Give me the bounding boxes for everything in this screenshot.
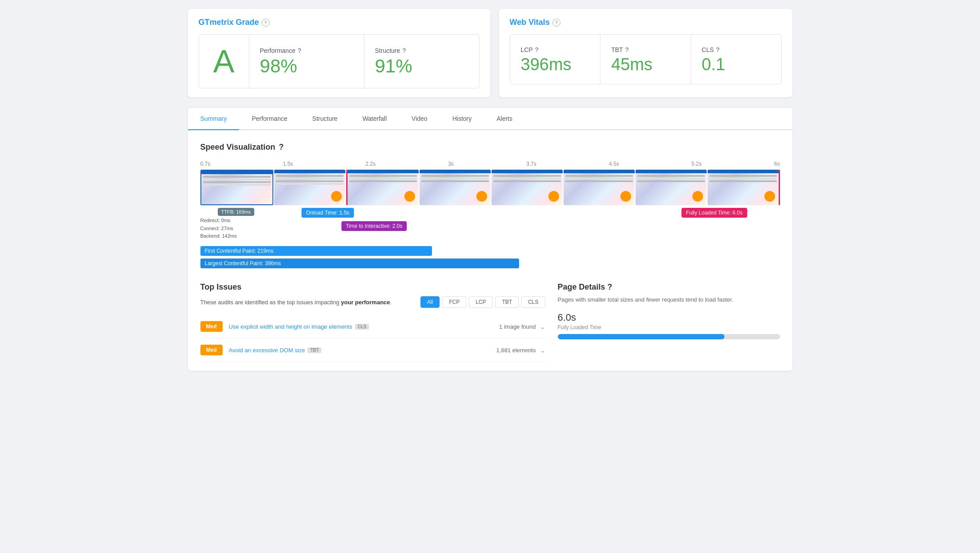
tti-badge: Time to Interactive: 2.0s xyxy=(341,221,407,231)
marker-2: 1.5s xyxy=(283,161,293,167)
tab-alerts[interactable]: Alerts xyxy=(484,108,525,130)
two-col-section: Top Issues These audits are identified a… xyxy=(200,282,780,362)
severity-badge-2: Med xyxy=(200,345,223,355)
issue-tag-2: TBT xyxy=(308,347,321,353)
performance-value: 98% xyxy=(260,57,353,76)
filter-buttons: All FCP LCP TBT CLS xyxy=(420,296,545,308)
page-metric-row: 6.0s Fully Loaded Time xyxy=(558,312,780,339)
tab-waterfall[interactable]: Waterfall xyxy=(350,108,399,130)
tab-video[interactable]: Video xyxy=(399,108,440,130)
issues-description: These audits are identified as the top i… xyxy=(200,296,545,308)
tbt-card: TBT ? 45ms xyxy=(600,35,691,84)
lcp-card: LCP ? 396ms xyxy=(510,35,601,84)
tab-content-summary: Speed Visualization ? 0.7s 1.5s 2.2s 3s … xyxy=(188,130,792,371)
screenshot-3 xyxy=(346,170,419,205)
tab-summary[interactable]: Summary xyxy=(188,108,240,130)
gtmetrix-grade-section: GTmetrix Grade ? A Performance ? 98% Str… xyxy=(188,9,490,97)
structure-label: Structure ? xyxy=(375,47,468,54)
web-vitals-title: Web Vitals ? xyxy=(510,18,782,27)
screenshots-row xyxy=(200,170,780,205)
filter-tbt[interactable]: TBT xyxy=(495,296,519,308)
filter-cls[interactable]: CLS xyxy=(521,296,545,308)
fully-loaded-badge: Fully Loaded Time: 6.0s xyxy=(681,208,747,218)
onload-badge: Onload Time: 1.5s xyxy=(302,208,354,218)
speed-viz-help-icon[interactable]: ? xyxy=(279,143,284,152)
marker-4: 3s xyxy=(448,161,454,167)
performance-card: Performance ? 98% xyxy=(249,35,364,88)
structure-help-icon[interactable]: ? xyxy=(402,47,406,54)
issue-tag-1: CLS xyxy=(355,324,369,330)
marker-1: 0.7s xyxy=(200,161,211,167)
tbt-value: 45ms xyxy=(611,56,680,73)
screenshot-4 xyxy=(420,170,491,205)
issue-info-1: Use explicit width and height on image e… xyxy=(229,323,493,330)
screenshot-1 xyxy=(200,170,273,205)
top-issues-col: Top Issues These audits are identified a… xyxy=(200,282,545,362)
web-vitals-help-icon[interactable]: ? xyxy=(552,19,560,27)
page-details-col: Page Details ? Pages with smaller total … xyxy=(558,282,780,362)
tab-structure[interactable]: Structure xyxy=(300,108,350,130)
issue-title-1[interactable]: Use explicit width and height on image e… xyxy=(229,323,493,330)
page-details-desc: Pages with smaller total sizes and fewer… xyxy=(558,296,780,303)
ttfb-details: Redirect: 0ms Connect: 27ms Backend: 142… xyxy=(200,217,237,240)
chevron-icon-2[interactable]: ⌄ xyxy=(540,346,545,354)
tabs-container: Summary Performance Structure Waterfall … xyxy=(188,108,792,371)
lcp-help-icon[interactable]: ? xyxy=(535,46,539,53)
page-details-help-icon[interactable]: ? xyxy=(608,282,612,291)
grade-letter-card: A xyxy=(199,35,249,88)
lcp-value: 396ms xyxy=(521,56,590,73)
tab-history[interactable]: History xyxy=(440,108,484,130)
tab-performance[interactable]: Performance xyxy=(239,108,300,130)
page-metric-bar xyxy=(558,334,780,339)
issue-title-2[interactable]: Avoid an excessive DOM size TBT xyxy=(229,347,490,354)
timeline-markers: 0.7s 1.5s 2.2s 3s 3.7s 4.5s 5.2s 6s xyxy=(200,161,780,170)
issue-row-1: Med Use explicit width and height on ima… xyxy=(200,315,545,338)
screenshot-2 xyxy=(274,170,345,205)
web-vitals-section: Web Vitals ? LCP ? 396ms TBT ? 45ms xyxy=(499,9,792,97)
fcp-bar-row: First Contentful Paint: 219ms xyxy=(200,246,780,256)
tabs-nav: Summary Performance Structure Waterfall … xyxy=(188,108,792,130)
severity-badge-1: Med xyxy=(200,321,223,332)
grade-cards: A Performance ? 98% Structure ? 91% xyxy=(199,34,480,88)
cls-help-icon[interactable]: ? xyxy=(716,46,720,53)
tbt-label: TBT ? xyxy=(611,46,680,53)
gtmetrix-title-text: GTmetrix Grade xyxy=(199,18,259,27)
marker-5: 3.7s xyxy=(526,161,536,167)
marker-3: 2.2s xyxy=(365,161,376,167)
marker-6: 4.5s xyxy=(609,161,619,167)
issue-detail-1: 1 image found ⌄ xyxy=(499,322,545,331)
cls-card: CLS ? 0.1 xyxy=(691,35,781,84)
screenshot-8 xyxy=(708,170,780,205)
screenshot-6 xyxy=(564,170,635,205)
gtmetrix-help-icon[interactable]: ? xyxy=(262,19,270,27)
issue-detail-2: 1,681 elements ⌄ xyxy=(496,346,545,354)
web-vitals-title-text: Web Vitals xyxy=(510,18,550,27)
web-vitals-cards: LCP ? 396ms TBT ? 45ms CLS ? xyxy=(510,34,782,84)
page-metric-bar-fill xyxy=(558,334,724,339)
page-metric-value: 6.0s xyxy=(558,312,780,323)
marker-8: 6s xyxy=(774,161,780,167)
cls-value: 0.1 xyxy=(702,56,771,73)
chevron-icon-1[interactable]: ⌄ xyxy=(540,322,545,331)
timeline-area: 0.7s 1.5s 2.2s 3s 3.7s 4.5s 5.2s 6s xyxy=(200,161,780,239)
grade-letter: A xyxy=(213,45,235,77)
top-issues-title: Top Issues xyxy=(200,282,545,292)
tbt-help-icon[interactable]: ? xyxy=(625,46,629,53)
lcp-bar-row: Largest Contentful Paint: 396ms xyxy=(200,259,780,268)
issue-info-2: Avoid an excessive DOM size TBT xyxy=(229,347,490,354)
ttfb-badge: TTFB: 169ms xyxy=(218,208,255,216)
filter-all[interactable]: All xyxy=(420,296,440,308)
issue-row-2: Med Avoid an excessive DOM size TBT 1,68… xyxy=(200,338,545,362)
filter-lcp[interactable]: LCP xyxy=(469,296,492,308)
fcp-bar: First Contentful Paint: 219ms xyxy=(200,246,432,256)
paint-bars: First Contentful Paint: 219ms Largest Co… xyxy=(200,246,780,268)
structure-card: Structure ? 91% xyxy=(364,35,479,88)
structure-value: 91% xyxy=(375,57,468,76)
screenshot-5 xyxy=(492,170,563,205)
speed-viz-title: Speed Visualization ? xyxy=(200,143,780,152)
marker-7: 5.2s xyxy=(692,161,702,167)
screenshot-7 xyxy=(636,170,707,205)
filter-fcp[interactable]: FCP xyxy=(442,296,466,308)
performance-help-icon[interactable]: ? xyxy=(298,47,301,54)
gtmetrix-grade-title: GTmetrix Grade ? xyxy=(199,18,480,27)
